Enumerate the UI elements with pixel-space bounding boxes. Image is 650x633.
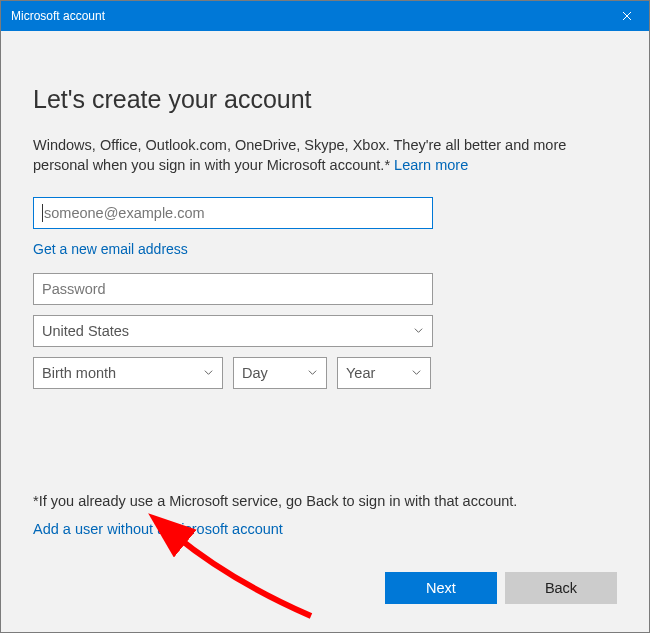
add-user-without-ms-account-link[interactable]: Add a user without a Microsoft account <box>33 521 283 537</box>
get-new-email-link[interactable]: Get a new email address <box>33 241 188 257</box>
dob-row: Birth month Day Year <box>33 357 617 389</box>
close-icon <box>622 7 632 25</box>
password-field[interactable]: Password <box>33 273 433 305</box>
page-title: Let's create your account <box>33 85 617 114</box>
birth-year-value: Year <box>346 365 375 381</box>
text-cursor <box>42 204 43 222</box>
birth-month-value: Birth month <box>42 365 116 381</box>
country-value: United States <box>42 323 129 339</box>
birth-day-value: Day <box>242 365 268 381</box>
subtext-body: Windows, Office, Outlook.com, OneDrive, … <box>33 137 566 173</box>
chevron-down-icon <box>413 323 424 339</box>
dialog-window: Microsoft account Let's create your acco… <box>0 0 650 633</box>
country-select[interactable]: United States <box>33 315 433 347</box>
window-title: Microsoft account <box>11 9 105 23</box>
close-button[interactable] <box>604 1 649 31</box>
birth-day-select[interactable]: Day <box>233 357 327 389</box>
chevron-down-icon <box>307 365 318 381</box>
chevron-down-icon <box>203 365 214 381</box>
content-area: Let's create your account Windows, Offic… <box>1 31 649 632</box>
titlebar: Microsoft account <box>1 1 649 31</box>
birth-year-select[interactable]: Year <box>337 357 431 389</box>
password-placeholder: Password <box>42 281 106 297</box>
back-button[interactable]: Back <box>505 572 617 604</box>
next-button[interactable]: Next <box>385 572 497 604</box>
subtext: Windows, Office, Outlook.com, OneDrive, … <box>33 136 617 175</box>
chevron-down-icon <box>411 365 422 381</box>
learn-more-link[interactable]: Learn more <box>394 157 468 173</box>
disclaimer-text: *If you already use a Microsoft service,… <box>33 493 617 509</box>
birth-month-select[interactable]: Birth month <box>33 357 223 389</box>
button-row: Next Back <box>385 572 617 604</box>
email-placeholder: someone@example.com <box>44 205 205 221</box>
email-field[interactable]: someone@example.com <box>33 197 433 229</box>
